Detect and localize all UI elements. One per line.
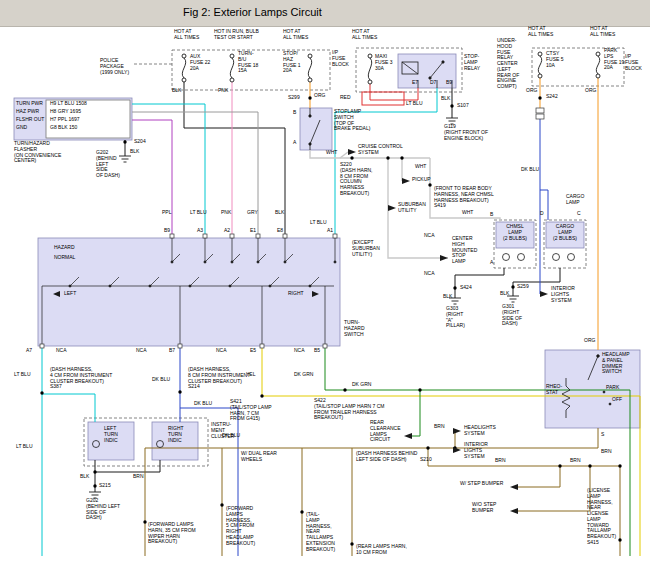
label-s242: S242	[546, 94, 558, 100]
diagram-page: Fig 2: Exterior Lamps Circuit	[0, 0, 650, 563]
rear-clearance-arrow-icon	[404, 433, 412, 439]
label-pin-b-stop: B	[293, 110, 296, 116]
label-rear-clearance: REAR CLEARANCE LAMPS CIRCUIT	[370, 420, 401, 443]
label-pin-b9: B9	[164, 228, 170, 234]
label-pin-a-chmsl: A	[490, 260, 493, 266]
label-pin-d-cargo: D	[540, 211, 544, 217]
cruise-arrow-icon	[348, 149, 356, 155]
label-s220: S220 (DASH HARN, 8 CM FROM COLUMN HARNES…	[340, 162, 373, 197]
label-pin-b7: B7	[169, 348, 175, 354]
label-chmsl-lamp: CHMSL LAMP (2 BULBS)	[497, 224, 533, 241]
label-nca-3: NCA	[216, 348, 227, 354]
label-taillamp-extension: (TAIL- LAMP HARNESS, NEAR TAILLAMPS EXTE…	[306, 512, 335, 552]
interior-right-arrow-icon	[540, 291, 548, 297]
label-wo-step-bumper: W/O STEP BUMPER	[472, 502, 496, 514]
label-instrument-cluster: INSTRU- MENT CLUSTER	[211, 422, 234, 439]
label-s215: S215	[99, 483, 111, 489]
label-gry-1: GRY	[247, 210, 258, 216]
label-wht-1: WHT	[326, 150, 337, 156]
label-blk-relay: BLK	[441, 96, 450, 102]
label-interior-lights-bottom: INTERIOR LIGHTS SYSTEM	[464, 442, 488, 459]
label-flasher-turn-pwr: TURN PWR	[16, 101, 43, 107]
label-dkblu-1: DK BLU	[152, 377, 170, 383]
label-s204: S204	[134, 139, 146, 145]
label-s107: S107	[457, 103, 469, 109]
label-flasher-row1: H9 LT BLU 1508	[50, 101, 87, 107]
wire-group-brn	[145, 428, 620, 556]
label-off: OFF	[612, 397, 622, 403]
label-pin-a1: A1	[327, 228, 333, 234]
label-nca-right-1: NCA	[424, 233, 435, 239]
label-g303: G303 (RIGHT "A" PILLAR)	[446, 306, 465, 329]
headlights-arrow-icon	[453, 428, 461, 434]
label-dkblu-cargo: DK BLU	[521, 167, 539, 173]
label-hot-run: HOT IN RUN, BULB TEST OR START	[214, 29, 259, 41]
label-ip-fuse-block-left: I/P FUSE BLOCK	[332, 50, 349, 67]
label-g202-bottom: G202 (BEHIND LEFT SIDE OF DASH)	[86, 498, 120, 521]
label-s421: S421 (TAIL/STOP LAMP HARN, 7 CM FROM G41…	[230, 399, 272, 422]
label-blk-aux: BLK	[172, 88, 181, 94]
label-flasher-out: FLSHR OUT	[16, 117, 44, 123]
label-except-suburban: (EXCEPT SUBURBAN UTILITY)	[352, 240, 380, 257]
label-w-step-bumper: W/ STEP BUMPER	[460, 481, 503, 487]
label-brn-switch: BRN	[601, 449, 612, 455]
label-park: PARK	[606, 385, 619, 391]
label-dash-harness-8cm: (DASH HARNESS, 8 CM FROM INSTRUMENT CLUS…	[188, 367, 250, 390]
label-g202-mid: G202 (BEHIND LEFT SIDE OF DASH)	[96, 150, 120, 179]
label-s299: S299	[288, 95, 300, 101]
label-org-s299: ORG	[314, 93, 325, 99]
label-org-park: ORG	[585, 88, 596, 94]
label-s210: S210	[420, 457, 432, 463]
label-nca-4: NCA	[294, 348, 305, 354]
label-nca-right-2: NCA	[424, 271, 435, 277]
label-pnk-1: PNK	[221, 210, 231, 216]
label-brn-1: BRN	[434, 424, 445, 430]
label-hazard: HAZARD	[54, 245, 75, 251]
label-brn-4: BRN	[133, 474, 144, 480]
label-left: LEFT	[64, 291, 76, 297]
label-cargo-lamp: CARGO LAMP	[566, 194, 584, 206]
label-org-switch: ORG	[584, 338, 595, 344]
label-dash-harness-4cm: (DASH HARNESS, 4 CM FROM INSTRUMENT CLUS…	[50, 367, 112, 390]
label-nca-1: NCA	[56, 348, 67, 354]
label-suburban-utility: SUBURBAN UTILITY	[398, 202, 426, 214]
label-hot-aux: HOT AT ALL TIMES	[174, 29, 199, 41]
label-right: RIGHT	[288, 291, 304, 297]
label-pin-b5: B5	[314, 348, 320, 354]
label-fuse-park-lps: PARK LPS FUSE 19 20A	[604, 48, 624, 71]
label-wht-3: WHT	[462, 210, 473, 216]
label-pin-a7: A7	[26, 348, 32, 354]
label-pickup: PICKUP	[412, 177, 431, 183]
label-ltblu-2: LT BLU	[14, 372, 31, 378]
label-hot-park: HOT AT ALL TIMES	[590, 26, 615, 38]
wire-group-gry	[132, 112, 258, 238]
label-pin-e1: E1	[250, 228, 256, 234]
label-stop-lamp-relay: STOP- LAMP RELAY	[464, 54, 480, 71]
label-rear-lamps-10cm: (REAR LAMPS HARN, 10 CM FROM	[356, 544, 407, 556]
label-police-package: POLICE PACKAGE (1999 ONLY)	[100, 58, 129, 75]
label-dkgrn-1: DK GRN	[294, 372, 313, 378]
label-brn-2: BRN	[495, 458, 506, 464]
w-step-arrow-icon	[510, 484, 518, 490]
label-pin-e7: E7	[412, 80, 418, 86]
label-w-dual-rear-wheels: W/ DUAL REAR WHEELS	[241, 451, 277, 463]
label-ltblu-1: LT BLU	[190, 210, 207, 216]
label-blk-cargo: BLK	[500, 291, 509, 297]
label-dash-behind: (DASH HARNESS BEHIND LEFT SIDE OF DASH)	[356, 451, 417, 463]
label-pin-a2: A2	[224, 228, 230, 234]
pickup-arrow-icon	[402, 178, 410, 184]
label-fuse-ctsy: CTSY FUSE 5 10A	[546, 51, 564, 68]
label-hot-stop: HOT AT ALL TIMES	[283, 29, 308, 41]
label-flasher-gnd: GND	[16, 125, 27, 131]
label-brn-3: BRN	[570, 458, 581, 464]
label-blk-chmsl: BLK	[443, 294, 452, 300]
label-s424: S424	[460, 285, 472, 291]
label-s259: S259	[517, 284, 529, 290]
label-flasher-row2: H8 GRY 1695	[50, 109, 81, 115]
label-blk-s204: BLK	[130, 149, 139, 155]
label-turn-hazard-switch: TURN- HAZARD SWITCH	[344, 320, 365, 337]
label-hot-maxi: HOT AT ALL TIMES	[352, 29, 377, 41]
label-fuse-turn-bu: TURN- B/U FUSE 18 15A	[238, 51, 258, 74]
label-cargo-lamp-bulbs: CARGO LAMP (2 BULBS)	[547, 224, 583, 241]
label-interior-lights-right: INTERIOR LIGHTS SYSTEM	[551, 286, 575, 303]
